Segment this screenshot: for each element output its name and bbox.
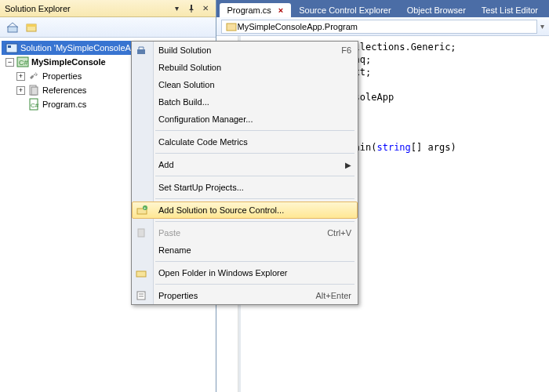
svg-text:+: + [144,205,147,210]
csharp-project-icon: C# [16,56,29,68]
paste-icon [136,227,150,238]
menu-separator [155,198,354,199]
menu-code-metrics[interactable]: Calculate Code Metrics [132,133,358,151]
type-dropdown[interactable]: MySimpleConsoleApp.Program [221,20,537,34]
svg-rect-16 [138,229,144,237]
build-icon [136,45,150,56]
menu-rebuild-solution[interactable]: Rebuild Solution [132,59,358,76]
tree-references-label: References [42,85,86,95]
dropdown-arrow-icon[interactable]: ▾ [540,22,544,31]
svg-rect-12 [137,49,145,54]
tab-object-browser[interactable]: Object Browser [399,3,474,17]
solution-explorer-title: Solution Explorer [5,4,169,13]
menu-separator [155,221,354,222]
svg-text:C#: C# [19,59,28,67]
class-icon [225,20,238,33]
menu-separator [155,130,354,131]
tab-close-icon[interactable]: × [278,5,283,15]
menu-separator [155,153,354,154]
expand-icon[interactable]: + [16,86,25,95]
svg-rect-8 [31,87,38,95]
solution-icon [5,42,18,54]
tree-programcs-label: Program.cs [42,100,86,109]
menu-paste: Paste Ctrl+V [132,224,358,241]
menu-build-solution[interactable]: Build Solution F6 [132,42,358,59]
references-icon [27,84,40,96]
menu-clean-solution[interactable]: Clean Solution [132,76,358,93]
expand-icon[interactable]: + [16,72,25,81]
menu-add[interactable]: Add▶ [132,156,358,173]
tab-programcs[interactable]: Program.cs × [220,3,292,17]
menu-batch-build[interactable]: Batch Build... [132,93,358,111]
tab-test-list-editor[interactable]: Test List Editor [474,3,546,17]
menu-separator [155,284,354,285]
submenu-arrow-icon: ▶ [345,161,351,169]
tree-project-label: MySimpleConsole [31,57,106,67]
collapse-icon[interactable]: − [5,58,14,67]
menu-add-source-control[interactable]: + Add Solution to Source Control... [132,201,358,219]
dropdown-icon[interactable]: ▾ [172,3,183,14]
tab-source-control-explorer[interactable]: Source Control Explorer [291,3,398,17]
svg-rect-2 [27,24,36,27]
solution-explorer-toolbar [0,17,216,38]
properties-icon [136,290,150,301]
refresh-icon[interactable] [24,20,39,35]
menu-open-folder[interactable]: Open Folder in Windows Explorer [132,264,358,281]
menu-separator [155,261,354,262]
svg-rect-3 [6,44,17,53]
navigation-bar: MySimpleConsoleApp.Program ▾ [216,17,549,36]
menu-properties[interactable]: Properties Alt+Enter [132,287,358,304]
svg-rect-11 [227,24,236,31]
menu-rename[interactable]: Rename [132,241,358,259]
menu-set-startup-projects[interactable]: Set StartUp Projects... [132,179,358,196]
tab-label: Program.cs [227,5,271,15]
pin-icon[interactable] [186,3,197,14]
solution-context-menu: Build Solution F6 Rebuild Solution Clean… [131,41,358,305]
svg-text:C#: C# [31,102,39,109]
source-control-icon: + [136,205,151,216]
solution-explorer-header: Solution Explorer ▾ ✕ [0,0,216,17]
close-icon[interactable]: ✕ [200,3,211,14]
svg-rect-17 [136,271,146,277]
folder-icon [136,267,150,278]
breadcrumb-label: MySimpleConsoleApp.Program [238,22,358,31]
csharp-file-icon: C# [27,98,40,111]
wrench-icon [27,70,40,82]
svg-rect-18 [137,292,145,299]
home-icon[interactable] [5,20,20,35]
svg-rect-0 [8,27,17,32]
svg-rect-4 [8,45,11,48]
document-tabs: Program.cs × Source Control Explorer Obj… [216,0,549,17]
menu-configuration-manager[interactable]: Configuration Manager... [132,111,358,128]
menu-separator [155,176,354,176]
tree-properties-label: Properties [42,71,82,81]
